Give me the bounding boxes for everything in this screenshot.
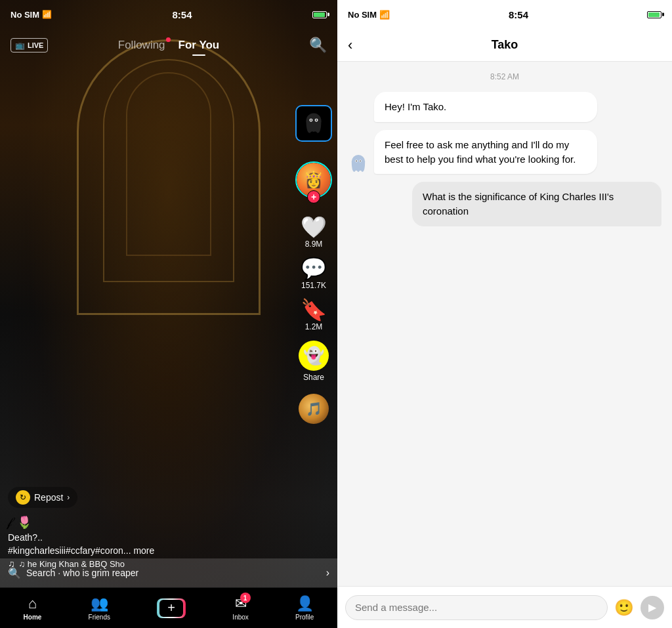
status-right xyxy=(312,11,327,18)
inbox-label: inbox xyxy=(232,614,248,621)
nav-friends[interactable]: 👥 Friends xyxy=(89,595,110,621)
tulip-icon: 🌷 xyxy=(17,515,32,530)
bottom-nav: ⌂ Home 👥 Friends + ✉ 1 inbox 👤 Profile xyxy=(0,587,337,628)
tako-avatar xyxy=(348,153,369,174)
hashtag-text: #kingcharlesiii#ccfary#coron... more xyxy=(8,545,154,556)
music-disc: 🎵 xyxy=(299,394,329,424)
like-icon: 🤍 xyxy=(301,217,327,238)
time-display: 8:54 xyxy=(173,9,192,20)
bot-message-row: Hey! I'm Tako. Feel free to ask me anyth… xyxy=(348,92,662,174)
user-message-row: What is the significance of King Charles… xyxy=(348,182,662,226)
search-bar-text: Search · who is grim reaper xyxy=(26,568,321,578)
left-panel: No SIM 📶 8:54 LIVE Following For You 🔍 xyxy=(0,0,337,628)
user-message-bubble: What is the significance of King Charles… xyxy=(412,182,662,226)
search-bar-arrow: › xyxy=(326,567,329,579)
emoji-button[interactable]: 🙂 xyxy=(614,598,634,617)
following-tab[interactable]: Following xyxy=(118,39,165,52)
right-status-right xyxy=(647,11,662,18)
home-label: Home xyxy=(24,614,42,621)
repost-label: Repost xyxy=(34,492,63,503)
carrier-text: No SIM xyxy=(10,10,39,20)
repost-button[interactable]: ↻ Repost › xyxy=(8,487,77,508)
search-bar-icon: 🔍 xyxy=(8,567,21,579)
user-line: 𝒻 🌷 xyxy=(8,514,291,530)
home-icon: ⌂ xyxy=(28,595,37,612)
repost-arrow: › xyxy=(67,493,70,502)
friends-label: Friends xyxy=(89,614,110,621)
right-status-bar: No SIM 📶 8:54 xyxy=(337,0,672,29)
snapchat-icon: 👻 xyxy=(299,341,329,371)
arch-innermost xyxy=(126,72,211,256)
like-action[interactable]: 🤍 8.9M xyxy=(301,217,327,249)
foryou-label: For You xyxy=(178,39,220,51)
chat-title: Tako xyxy=(492,38,518,52)
right-battery xyxy=(647,11,662,18)
chat-header: ‹ Tako xyxy=(337,29,672,62)
bookmark-icon: 🔖 xyxy=(301,299,327,320)
search-bar[interactable]: 🔍 Search · who is grim reaper › xyxy=(0,558,337,587)
like-count: 8.9M xyxy=(305,240,323,249)
bot-messages: Hey! I'm Tako. Feel free to ask me anyth… xyxy=(374,92,597,174)
comment-icon: 💬 xyxy=(301,258,327,279)
foryou-tab[interactable]: For You xyxy=(178,39,220,52)
repost-icon: ↻ xyxy=(16,490,30,505)
right-wifi-icon: 📶 xyxy=(379,10,390,20)
battery-fill xyxy=(314,12,325,17)
nav-inbox[interactable]: ✉ 1 inbox xyxy=(232,595,248,621)
profile-icon: 👤 xyxy=(296,595,314,612)
user-message-text: What is the significance of King Charles… xyxy=(423,191,614,217)
cathedral-visual xyxy=(77,39,261,315)
comment-action[interactable]: 💬 151.7K xyxy=(301,258,327,290)
create-button[interactable]: + xyxy=(157,598,186,618)
inbox-badge-container: ✉ 1 xyxy=(235,595,247,612)
send-icon: ▶ xyxy=(648,601,656,614)
action-buttons: 👸 + 🤍 8.9M 💬 151.7K 🔖 1.2M 👻 Share 🎵 xyxy=(295,105,332,424)
top-nav: LIVE Following For You 🔍 xyxy=(0,29,337,62)
bot-offer-text: Feel free to ask me anything and I'll do… xyxy=(385,139,576,165)
search-button[interactable]: 🔍 xyxy=(309,37,327,54)
right-battery-fill xyxy=(648,12,660,17)
nav-create[interactable]: + xyxy=(157,598,186,618)
hashtags: #kingcharlesiii#ccfary#coron... more xyxy=(8,545,291,556)
svg-point-3 xyxy=(310,119,312,121)
creator-avatar xyxy=(295,105,332,142)
svg-point-9 xyxy=(360,161,361,162)
chat-timestamp: 8:52 AM xyxy=(348,72,662,81)
right-status-left: No SIM 📶 xyxy=(348,10,390,20)
bot-offer-bubble: Feel free to ask me anything and I'll do… xyxy=(374,130,597,175)
status-bar: No SIM 📶 8:54 xyxy=(0,0,337,29)
battery-icon xyxy=(312,11,327,18)
following-label: Following xyxy=(118,39,165,51)
notif-dot xyxy=(166,37,171,42)
caption: Death?.. xyxy=(8,532,291,543)
chat-input-area: 🙂 ▶ xyxy=(337,586,672,628)
bookmark-count: 1.2M xyxy=(305,322,323,331)
bot-greeting-bubble: Hey! I'm Tako. xyxy=(374,92,597,122)
follow-plus[interactable]: + xyxy=(307,190,320,203)
profile-label: Profile xyxy=(295,614,314,621)
user-icon: 𝒻 xyxy=(8,514,12,530)
chat-messages[interactable]: 8:52 AM Hey! I'm Tako. Feel free to a xyxy=(337,62,672,586)
nav-profile[interactable]: 👤 Profile xyxy=(295,595,314,621)
live-button[interactable]: LIVE xyxy=(10,38,48,52)
nav-home[interactable]: ⌂ Home xyxy=(24,595,42,621)
share-label: Share xyxy=(303,373,324,382)
friends-icon: 👥 xyxy=(91,595,108,612)
live-label: LIVE xyxy=(28,41,43,49)
right-time: 8:54 xyxy=(509,9,528,20)
right-carrier: No SIM xyxy=(348,10,377,20)
message-input[interactable] xyxy=(345,595,608,620)
right-panel: No SIM 📶 8:54 ‹ Tako 8:52 AM xyxy=(337,0,672,628)
back-button[interactable]: ‹ xyxy=(348,37,352,54)
inbox-badge: 1 xyxy=(240,593,251,603)
status-left: No SIM 📶 xyxy=(10,10,52,20)
user-avatar-container[interactable]: 👸 + xyxy=(295,161,332,198)
bot-greeting-text: Hey! I'm Tako. xyxy=(385,101,446,112)
creator-avatar-container[interactable] xyxy=(295,105,332,142)
plus-icon: + xyxy=(159,600,183,617)
wifi-icon: 📶 xyxy=(42,10,52,19)
share-action[interactable]: 👻 Share xyxy=(299,341,329,382)
svg-point-4 xyxy=(316,119,317,121)
bookmark-action[interactable]: 🔖 1.2M xyxy=(301,299,327,331)
send-button[interactable]: ▶ xyxy=(640,596,664,619)
